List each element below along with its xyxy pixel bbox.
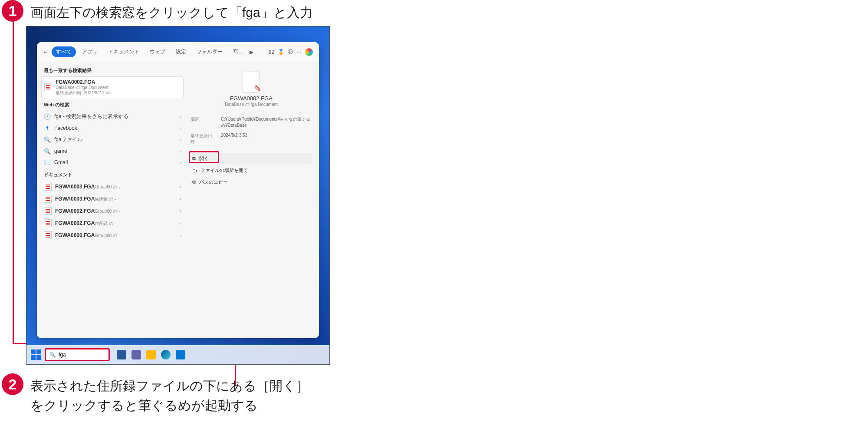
reward-icon[interactable]: 🏅 — [278, 49, 284, 55]
web-result-facebook[interactable]: f Facebook › — [41, 122, 184, 134]
chevron-right-icon: › — [180, 137, 181, 142]
facebook-icon: f — [44, 125, 51, 132]
web-result-label: game — [54, 148, 67, 154]
history-icon: 🕘 — [44, 113, 51, 120]
step-2-text: 表示された住所録ファイルの下にある［開く］ をクリックすると筆ぐるめが起動する — [30, 376, 309, 415]
taskbar-store-icon[interactable] — [176, 350, 185, 359]
taskbar-pinned-apps — [117, 350, 185, 359]
windows-taskbar: 🔍 — [26, 345, 329, 364]
copilot-icon[interactable] — [305, 48, 313, 56]
web-result-label: Facebook — [54, 125, 77, 131]
doc-name: FGWA0000.FGA — [55, 232, 95, 238]
search-icon: 🔍 — [49, 352, 56, 358]
doc-name: FGWA0002.FGA — [55, 208, 95, 214]
more-icon[interactable]: ⋯ — [296, 49, 302, 55]
web-result-game[interactable]: 🔍 game › — [41, 145, 184, 157]
copy-path-action[interactable]: ⧉ パスのコピー — [191, 176, 312, 188]
doc-result[interactable]: FGWA0000.FGAGroup00 の - › — [41, 229, 184, 241]
best-match-label: 最も一致する検索結果 — [41, 64, 184, 76]
open-location-label: ファイルの場所を開く — [201, 167, 248, 174]
windows-desktop-screenshot: ← すべて アプリ ドキュメント ウェブ 設定 フォルダー 写… ▶ 92 🏅 … — [26, 26, 330, 365]
fga-file-icon — [44, 219, 52, 227]
doc-sub: Group00 の - — [95, 209, 120, 214]
fga-file-icon — [44, 231, 52, 239]
taskbar-search-input[interactable] — [59, 352, 105, 358]
preview-date-label: 最終更新日時 — [191, 133, 215, 145]
callout-line — [13, 22, 14, 344]
preview-date-row: 最終更新日時 2024/8/2 3:53 — [191, 133, 312, 145]
taskbar-app-icon[interactable] — [132, 350, 141, 359]
chevron-right-icon: › — [180, 221, 181, 226]
chevron-right-icon: › — [180, 149, 181, 154]
copy-icon: ⧉ — [192, 179, 196, 185]
best-match-result[interactable]: FGWA0002.FGA DataBase の fga Document 最終更… — [41, 76, 184, 98]
chevron-right-icon: › — [180, 114, 181, 119]
doc-sub: Group00 の - — [95, 185, 120, 189]
search-icon: 🔍 — [44, 136, 51, 143]
web-result-label: fga - 検索結果をさらに表示する — [54, 113, 128, 120]
doc-result[interactable]: FGWA0002.FGAGroup00 の - › — [41, 205, 184, 217]
preview-location-label: 場所 — [191, 116, 215, 129]
taskbar-edge-icon[interactable] — [161, 350, 171, 359]
tab-apps[interactable]: アプリ — [78, 46, 102, 57]
fga-file-icon — [44, 195, 52, 203]
web-result-fgafile[interactable]: 🔍 fgaファイル › — [41, 134, 184, 145]
doc-sub: 住所録 の - — [95, 197, 116, 201]
tab-settings[interactable]: 設定 — [171, 46, 191, 57]
user-icon[interactable]: Ⓤ — [288, 48, 293, 56]
step-badge-1: 1 — [2, 0, 23, 22]
fga-file-icon — [44, 183, 52, 191]
preview-location-value: C:¥Users¥Public¥Documents¥みんなの筆ぐるめ¥DataB… — [221, 116, 312, 129]
chevron-right-icon: › — [180, 197, 181, 201]
doc-result[interactable]: FGWA0003.FGAGroup00 の - › — [41, 181, 184, 193]
copy-path-label: パスのコピー — [199, 179, 228, 185]
best-match-subtype: DataBase の fga Document — [56, 85, 111, 90]
doc-result[interactable]: FGWA0003.FGA住所録 の - › — [41, 193, 184, 205]
chevron-right-icon: › — [180, 160, 181, 165]
tab-photos[interactable]: 写… — [229, 46, 248, 57]
open-action[interactable]: ⧉ 開く — [191, 153, 312, 165]
preview-actions: ⧉ 開く 🗀 ファイルの場所を開く ⧉ パスのコピー — [191, 153, 312, 188]
taskbar-app-icon[interactable] — [117, 350, 126, 359]
fga-file-icon — [44, 83, 52, 91]
open-icon: ⧉ — [192, 156, 196, 162]
doc-sub: Group00 の - — [95, 233, 120, 238]
back-icon[interactable]: ← — [41, 48, 50, 56]
tab-documents[interactable]: ドキュメント — [104, 46, 144, 57]
taskbar-explorer-icon[interactable] — [146, 350, 156, 359]
best-match-date: 最終更新日時: 2024/8/2 3:53 — [56, 90, 111, 96]
doc-result[interactable]: FGWA0002.FGA住所録 の - › — [41, 217, 184, 229]
web-result-fga[interactable]: 🕘 fga - 検索結果をさらに表示する › — [41, 111, 184, 122]
search-icon: 🔍 — [44, 148, 51, 155]
preview-title: FGWA0002.FGA — [191, 95, 312, 102]
web-result-gmail[interactable]: ✉️ Gmail › — [41, 157, 184, 168]
search-results-left: 最も一致する検索結果 FGWA0002.FGA DataBase の fga D… — [37, 61, 184, 338]
preview-file-icon — [243, 72, 260, 92]
chevron-right-icon: › — [180, 185, 181, 189]
step-2-line1: 表示された住所録ファイルの下にある［開く］ — [30, 379, 309, 393]
gmail-icon: ✉️ — [44, 159, 51, 166]
step-2-line2: をクリックすると筆ぐるめが起動する — [30, 398, 258, 412]
step-1-text: 画面左下の検索窓をクリックして「fga」と入力 — [30, 3, 313, 22]
preview-subtype: DataBase の fga Document — [191, 102, 312, 108]
start-button[interactable] — [31, 349, 41, 360]
tab-folders[interactable]: フォルダー — [192, 46, 227, 57]
tab-web[interactable]: ウェブ — [145, 46, 170, 57]
doc-name: FGWA0003.FGA — [55, 196, 95, 202]
taskbar-search-box[interactable]: 🔍 — [45, 348, 110, 361]
documents-label: ドキュメント — [41, 168, 184, 181]
web-search-label: Web の検索 — [41, 98, 184, 111]
search-preview-pane: FGWA0002.FGA DataBase の fga Document 場所 … — [184, 61, 319, 338]
tab-count-label: 92 — [269, 49, 274, 55]
folder-icon: 🗀 — [192, 168, 197, 173]
search-filter-tabs: ← すべて アプリ ドキュメント ウェブ 設定 フォルダー 写… ▶ 92 🏅 … — [37, 42, 319, 61]
open-file-location-action[interactable]: 🗀 ファイルの場所を開く — [191, 165, 312, 176]
tab-all[interactable]: すべて — [52, 46, 76, 57]
doc-name: FGWA0002.FGA — [55, 220, 95, 226]
web-result-label: fgaファイル — [54, 136, 82, 143]
preview-location-row: 場所 C:¥Users¥Public¥Documents¥みんなの筆ぐるめ¥Da… — [191, 116, 312, 129]
chevron-right-icon: › — [180, 126, 181, 131]
chevron-right-icon: › — [180, 209, 181, 214]
more-tabs-icon[interactable]: ▶ — [250, 49, 253, 55]
step-badge-2: 2 — [2, 373, 23, 395]
